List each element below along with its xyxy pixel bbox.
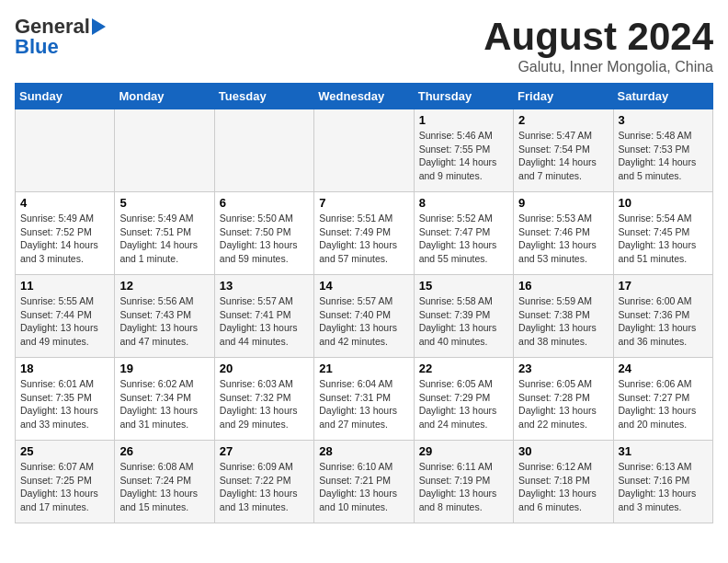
day-info: Sunrise: 5:49 AM Sunset: 7:52 PM Dayligh… — [20, 212, 109, 266]
day-number: 4 — [20, 196, 109, 210]
calendar-day-cell: 3Sunrise: 5:48 AM Sunset: 7:53 PM Daylig… — [613, 109, 712, 192]
day-number: 27 — [220, 444, 309, 458]
day-info: Sunrise: 6:07 AM Sunset: 7:25 PM Dayligh… — [20, 460, 109, 514]
day-number: 1 — [419, 113, 508, 127]
day-info: Sunrise: 5:48 AM Sunset: 7:53 PM Dayligh… — [619, 129, 708, 183]
day-number: 17 — [619, 279, 708, 293]
calendar-day-cell: 5Sunrise: 5:49 AM Sunset: 7:51 PM Daylig… — [115, 192, 214, 275]
calendar-day-cell: 15Sunrise: 5:58 AM Sunset: 7:39 PM Dayli… — [414, 275, 513, 358]
calendar-table: SundayMondayTuesdayWednesdayThursdayFrid… — [15, 83, 713, 523]
calendar-day-cell: 9Sunrise: 5:53 AM Sunset: 7:46 PM Daylig… — [514, 192, 613, 275]
calendar-day-cell: 13Sunrise: 5:57 AM Sunset: 7:41 PM Dayli… — [214, 275, 313, 358]
day-info: Sunrise: 6:01 AM Sunset: 7:35 PM Dayligh… — [20, 377, 109, 431]
day-info: Sunrise: 6:08 AM Sunset: 7:24 PM Dayligh… — [119, 460, 209, 514]
day-info: Sunrise: 5:53 AM Sunset: 7:46 PM Dayligh… — [518, 212, 608, 266]
day-number: 26 — [119, 444, 209, 458]
calendar-day-cell: 18Sunrise: 6:01 AM Sunset: 7:35 PM Dayli… — [16, 358, 115, 441]
day-info: Sunrise: 6:13 AM Sunset: 7:16 PM Dayligh… — [619, 460, 708, 514]
day-number: 13 — [220, 279, 309, 293]
day-number: 23 — [518, 362, 608, 375]
calendar-week-row: 11Sunrise: 5:55 AM Sunset: 7:44 PM Dayli… — [16, 275, 713, 358]
day-number: 16 — [518, 279, 608, 293]
calendar-day-cell: 7Sunrise: 5:51 AM Sunset: 7:49 PM Daylig… — [314, 192, 414, 275]
day-info: Sunrise: 5:57 AM Sunset: 7:41 PM Dayligh… — [220, 294, 309, 349]
day-number: 20 — [220, 362, 309, 375]
day-number: 8 — [419, 196, 508, 210]
day-number: 24 — [619, 362, 708, 375]
calendar-day-cell — [16, 109, 115, 192]
day-number: 15 — [419, 279, 508, 293]
day-info: Sunrise: 5:51 AM Sunset: 7:49 PM Dayligh… — [319, 212, 408, 266]
weekday-header-row: SundayMondayTuesdayWednesdayThursdayFrid… — [16, 84, 713, 109]
calendar-day-cell: 10Sunrise: 5:54 AM Sunset: 7:45 PM Dayli… — [613, 192, 712, 275]
calendar-day-cell: 4Sunrise: 5:49 AM Sunset: 7:52 PM Daylig… — [16, 192, 115, 275]
day-number: 7 — [319, 196, 408, 210]
calendar-day-cell: 24Sunrise: 6:06 AM Sunset: 7:27 PM Dayli… — [613, 358, 712, 441]
weekday-header-monday: Monday — [115, 84, 214, 109]
day-number: 10 — [619, 196, 708, 210]
day-info: Sunrise: 6:11 AM Sunset: 7:19 PM Dayligh… — [419, 460, 508, 514]
day-number: 21 — [319, 362, 408, 375]
logo-blue: Blue — [15, 35, 59, 59]
day-info: Sunrise: 6:10 AM Sunset: 7:21 PM Dayligh… — [319, 460, 408, 514]
calendar-day-cell: 28Sunrise: 6:10 AM Sunset: 7:21 PM Dayli… — [314, 441, 414, 523]
calendar-week-row: 1Sunrise: 5:46 AM Sunset: 7:55 PM Daylig… — [16, 109, 713, 192]
calendar-day-cell: 20Sunrise: 6:03 AM Sunset: 7:32 PM Dayli… — [214, 358, 313, 441]
weekday-header-wednesday: Wednesday — [314, 84, 414, 109]
calendar-week-row: 18Sunrise: 6:01 AM Sunset: 7:35 PM Dayli… — [16, 358, 713, 441]
calendar-day-cell: 17Sunrise: 6:00 AM Sunset: 7:36 PM Dayli… — [613, 275, 712, 358]
day-number: 25 — [20, 444, 109, 458]
day-info: Sunrise: 5:50 AM Sunset: 7:50 PM Dayligh… — [220, 212, 309, 266]
calendar-day-cell: 8Sunrise: 5:52 AM Sunset: 7:47 PM Daylig… — [414, 192, 513, 275]
day-info: Sunrise: 6:09 AM Sunset: 7:22 PM Dayligh… — [220, 460, 309, 514]
calendar-day-cell: 31Sunrise: 6:13 AM Sunset: 7:16 PM Dayli… — [613, 441, 712, 523]
day-number: 19 — [119, 362, 209, 375]
day-number: 14 — [319, 279, 408, 293]
day-info: Sunrise: 6:00 AM Sunset: 7:36 PM Dayligh… — [619, 294, 708, 349]
day-info: Sunrise: 6:05 AM Sunset: 7:28 PM Dayligh… — [518, 377, 608, 431]
day-number: 3 — [619, 113, 708, 127]
calendar-day-cell — [115, 109, 214, 192]
weekday-header-friday: Friday — [514, 84, 613, 109]
day-info: Sunrise: 6:05 AM Sunset: 7:29 PM Dayligh… — [419, 377, 508, 431]
weekday-header-saturday: Saturday — [613, 84, 712, 109]
calendar-week-row: 25Sunrise: 6:07 AM Sunset: 7:25 PM Dayli… — [16, 441, 713, 523]
day-info: Sunrise: 5:56 AM Sunset: 7:43 PM Dayligh… — [119, 294, 209, 349]
day-info: Sunrise: 6:04 AM Sunset: 7:31 PM Dayligh… — [319, 377, 408, 431]
day-number: 9 — [518, 196, 608, 210]
day-info: Sunrise: 5:59 AM Sunset: 7:38 PM Dayligh… — [518, 294, 608, 349]
calendar-day-cell: 16Sunrise: 5:59 AM Sunset: 7:38 PM Dayli… — [514, 275, 613, 358]
day-number: 28 — [319, 444, 408, 458]
calendar-day-cell: 26Sunrise: 6:08 AM Sunset: 7:24 PM Dayli… — [115, 441, 214, 523]
main-title: August 2024 — [483, 15, 713, 59]
day-info: Sunrise: 5:58 AM Sunset: 7:39 PM Dayligh… — [419, 294, 508, 349]
day-info: Sunrise: 6:02 AM Sunset: 7:34 PM Dayligh… — [119, 377, 209, 431]
calendar-day-cell: 30Sunrise: 6:12 AM Sunset: 7:18 PM Dayli… — [514, 441, 613, 523]
day-number: 18 — [20, 362, 109, 375]
day-info: Sunrise: 6:03 AM Sunset: 7:32 PM Dayligh… — [220, 377, 309, 431]
day-info: Sunrise: 6:06 AM Sunset: 7:27 PM Dayligh… — [619, 377, 708, 431]
calendar-day-cell: 21Sunrise: 6:04 AM Sunset: 7:31 PM Dayli… — [314, 358, 414, 441]
day-number: 22 — [419, 362, 508, 375]
day-number: 5 — [119, 196, 209, 210]
calendar-day-cell: 12Sunrise: 5:56 AM Sunset: 7:43 PM Dayli… — [115, 275, 214, 358]
calendar-day-cell: 19Sunrise: 6:02 AM Sunset: 7:34 PM Dayli… — [115, 358, 214, 441]
day-info: Sunrise: 5:57 AM Sunset: 7:40 PM Dayligh… — [319, 294, 408, 349]
day-number: 29 — [419, 444, 508, 458]
calendar-day-cell: 14Sunrise: 5:57 AM Sunset: 7:40 PM Dayli… — [314, 275, 414, 358]
day-number: 12 — [119, 279, 209, 293]
day-number: 2 — [518, 113, 608, 127]
calendar-day-cell: 22Sunrise: 6:05 AM Sunset: 7:29 PM Dayli… — [414, 358, 513, 441]
weekday-header-sunday: Sunday — [16, 84, 115, 109]
logo-arrow-icon — [92, 18, 106, 35]
calendar-week-row: 4Sunrise: 5:49 AM Sunset: 7:52 PM Daylig… — [16, 192, 713, 275]
calendar-day-cell: 27Sunrise: 6:09 AM Sunset: 7:22 PM Dayli… — [214, 441, 313, 523]
logo: General Blue — [15, 15, 108, 59]
day-number: 6 — [220, 196, 309, 210]
day-info: Sunrise: 5:46 AM Sunset: 7:55 PM Dayligh… — [419, 129, 508, 183]
calendar-day-cell: 2Sunrise: 5:47 AM Sunset: 7:54 PM Daylig… — [514, 109, 613, 192]
calendar-day-cell: 1Sunrise: 5:46 AM Sunset: 7:55 PM Daylig… — [414, 109, 513, 192]
day-info: Sunrise: 6:12 AM Sunset: 7:18 PM Dayligh… — [518, 460, 608, 514]
day-info: Sunrise: 5:49 AM Sunset: 7:51 PM Dayligh… — [119, 212, 209, 266]
calendar-day-cell — [214, 109, 313, 192]
